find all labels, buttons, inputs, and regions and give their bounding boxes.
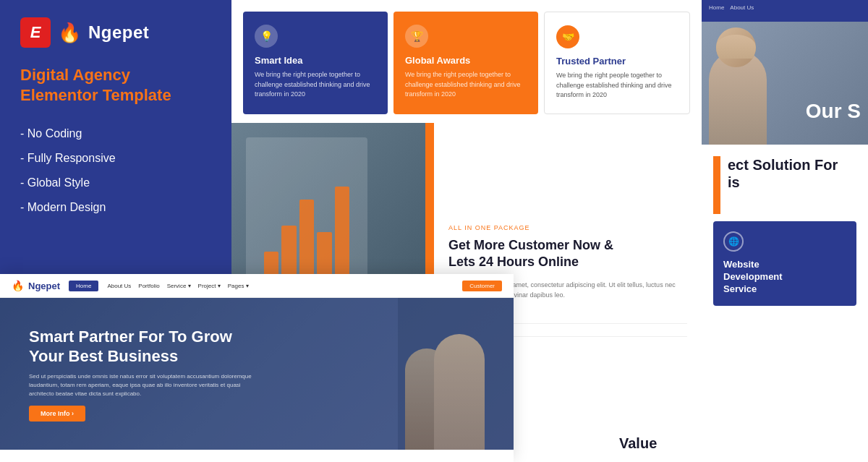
- right-panel: Home About Us Our S ect Solution Foris: [702, 0, 868, 462]
- right-bottom: ect Solution Foris 🌐 WebsiteDevelopmentS…: [702, 145, 868, 462]
- solution-heading: ect Solution Foris: [728, 156, 838, 191]
- value-section: Value: [608, 397, 723, 462]
- right-preview-person: [702, 22, 868, 145]
- feature-item: - No Coding: [20, 125, 211, 142]
- logo-row: E 🔥 Ngepet: [20, 17, 211, 48]
- card-text: We bring the right people together to ch…: [556, 71, 678, 100]
- orange-side-bar: [713, 156, 720, 214]
- nav-link-service[interactable]: Service ▾: [167, 283, 191, 289]
- feature-item: - Global Style: [20, 174, 211, 192]
- mockup-flame-icon: 🔥: [12, 280, 24, 291]
- nav-link-project[interactable]: Project ▾: [198, 283, 221, 289]
- nav-link-portfolio[interactable]: Portfolio: [138, 283, 159, 289]
- mockup-nav: 🔥 Ngepet Home About Us Portfolio Service…: [0, 274, 514, 298]
- card-title: Global Awards: [405, 55, 527, 66]
- website-mockup: 🔥 Ngepet Home About Us Portfolio Service…: [0, 274, 514, 462]
- dev-card-title: WebsiteDevelopmentService: [723, 259, 846, 296]
- feature-item: - Fully Responsive: [20, 150, 211, 167]
- card-title: Smart Idea: [255, 55, 376, 66]
- our-s-heading: Our S: [799, 100, 868, 123]
- brand-logo-text: Ngepet: [88, 22, 149, 43]
- global-awards-card: 🏆 Global Awards We bring the right peopl…: [393, 12, 538, 114]
- package-label: All in One Package: [448, 224, 687, 231]
- hero-text: Smart Partner For To GrowYour Best Busin…: [29, 327, 260, 422]
- trusted-partner-icon: 🤝: [556, 25, 579, 48]
- smart-idea-icon: 💡: [255, 25, 278, 48]
- mockup-logo-text: Ngepet: [28, 281, 60, 291]
- feature-item: - Modern Design: [20, 199, 211, 216]
- nav-link-about[interactable]: About Us: [107, 283, 131, 289]
- dev-card-icon: 🌐: [723, 231, 744, 252]
- dev-service-card: 🌐 WebsiteDevelopmentService: [713, 221, 856, 306]
- mockup-customer-btn[interactable]: Customer: [462, 281, 502, 291]
- hero-cta-button[interactable]: More Info ›: [29, 406, 85, 422]
- value-title: Value: [619, 435, 712, 452]
- preview-nav-strip: Home About Us: [702, 0, 868, 15]
- flame-icon: 🔥: [58, 22, 81, 44]
- hero-heading: Smart Partner For To GrowYour Best Busin…: [29, 327, 260, 367]
- smart-idea-card: 💡 Smart Idea We bring the right people t…: [243, 12, 388, 114]
- tagline: Digital AgencyElementor Template: [20, 65, 211, 105]
- section-heading: Get More Customer Now &Lets 24 Hours Onl…: [448, 237, 687, 271]
- nav-strip-about: About Us: [730, 4, 754, 11]
- card-text: We bring the right people together to ch…: [405, 70, 527, 100]
- mockup-hero: Smart Partner For To GrowYour Best Busin…: [0, 298, 514, 450]
- hero-subtext: Sed ut perspiciatis unde omnis iste natu…: [29, 372, 260, 398]
- card-text: We bring the right people together to ch…: [255, 70, 376, 100]
- elementor-icon: E: [20, 17, 51, 48]
- mockup-logo: 🔥 Ngepet: [12, 280, 60, 291]
- mockup-nav-links: About Us Portfolio Service ▾ Project ▾ P…: [107, 283, 454, 289]
- card-title: Trusted Partner: [556, 56, 678, 67]
- trusted-partner-card: 🤝 Trusted Partner We bring the right peo…: [544, 12, 690, 114]
- nav-link-pages[interactable]: Pages ▾: [228, 283, 249, 289]
- nav-strip-text: Home: [709, 4, 724, 11]
- right-top-preview: Home About Us Our S: [702, 0, 868, 145]
- hero-people: [398, 298, 514, 450]
- cards-section: 💡 Smart Idea We bring the right people t…: [231, 0, 702, 123]
- global-awards-icon: 🏆: [405, 25, 428, 48]
- mockup-home-btn[interactable]: Home: [69, 281, 98, 291]
- features-list: - No Coding - Fully Responsive - Global …: [20, 125, 211, 223]
- solution-section: ect Solution Foris: [713, 156, 856, 214]
- main-container: E 🔥 Ngepet Digital AgencyElementor Templ…: [0, 0, 868, 462]
